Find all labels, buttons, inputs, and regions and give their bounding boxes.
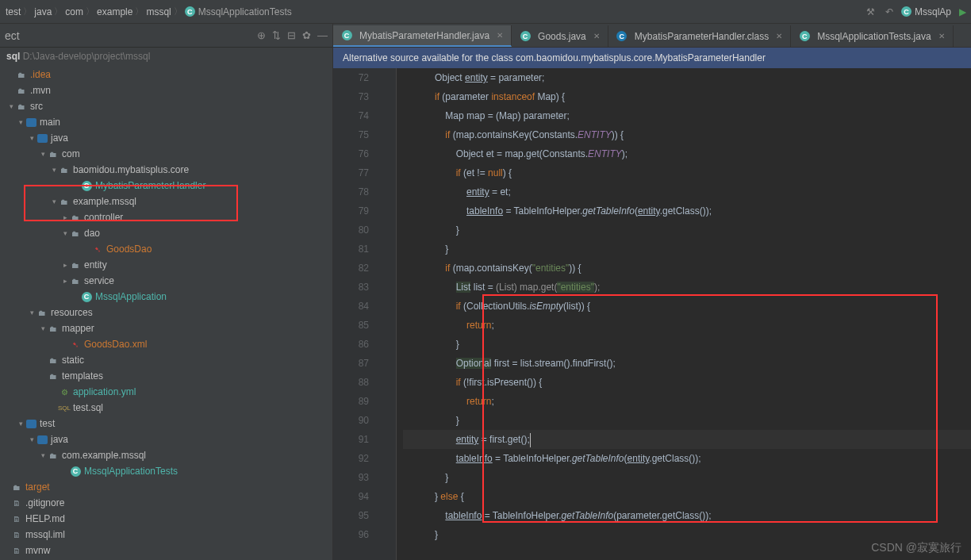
line-gutter: 7273747576777879808182838485868788899091… <box>333 68 377 560</box>
tree-item[interactable]: ▾🖿com.example.mssql <box>0 447 332 463</box>
breadcrumb-item[interactable]: test <box>5 6 21 17</box>
code-content[interactable]: Object entity = parameter; if (parameter… <box>397 68 971 560</box>
breadcrumb-item[interactable]: C MssqlApplicationTests <box>184 6 293 17</box>
watermark: CSDN @寂寞旅行 <box>871 541 961 555</box>
expand-icon: ⇅ <box>272 29 281 41</box>
editor-tab[interactable]: CMybatisParameterHandler.class✕ <box>608 25 791 47</box>
breadcrumb[interactable]: test〉java〉com〉example〉mssql〉C MssqlAppli… <box>5 6 293 17</box>
tree-item[interactable]: ➷GoodsDao <box>0 241 332 257</box>
target-icon: ⊕ <box>257 29 266 41</box>
close-icon[interactable]: ✕ <box>776 32 782 40</box>
tree-item[interactable]: 🗎HELP.md <box>0 511 332 527</box>
tree-item[interactable]: 🗎mvnw <box>0 543 332 558</box>
tree-item[interactable]: 🖿static <box>0 352 332 368</box>
sidebar-tools[interactable]: ⊕⇅ ⊟✿ — <box>257 29 328 41</box>
tree-item[interactable]: 🖿templates <box>0 368 332 384</box>
editor-tabs[interactable]: CMybatisParameterHandler.java✕CGoods.jav… <box>333 24 971 48</box>
tree-item[interactable]: ▾main <box>0 114 332 130</box>
collapse-icon: ⊟ <box>287 29 296 41</box>
back-icon[interactable]: ↶ <box>885 6 893 17</box>
run-configuration[interactable]: C MssqlAp <box>901 6 951 17</box>
breadcrumb-item[interactable]: example <box>96 6 133 17</box>
close-icon[interactable]: ✕ <box>497 31 503 40</box>
tree-item[interactable]: ▾java <box>0 432 332 447</box>
editor-tab[interactable]: CMssqlApplicationTests.java✕ <box>791 25 953 47</box>
code-editor[interactable]: 7273747576777879808182838485868788899091… <box>333 68 971 560</box>
source-banner[interactable]: Alternative source available for the cla… <box>333 48 971 68</box>
hide-icon: — <box>317 29 328 41</box>
tree-item[interactable]: ⚙application.yml <box>0 384 332 400</box>
tree-item[interactable]: ▾🖿com <box>0 146 332 162</box>
project-sidebar: ect ⊕⇅ ⊟✿ — sql D:\Java-develop\project\… <box>0 24 333 560</box>
breadcrumb-item[interactable]: java <box>33 6 52 17</box>
tree-item[interactable]: ▾🖿src <box>0 98 332 114</box>
tree-item[interactable]: 🗎mssql.iml <box>0 527 332 543</box>
tree-item[interactable]: 🖿target <box>0 479 332 495</box>
fold-gutter[interactable] <box>377 68 397 560</box>
tree-item[interactable]: ▾🖿mapper <box>0 320 332 336</box>
tree-item[interactable]: ▾🖿resources <box>0 305 332 320</box>
editor-tab[interactable]: CMybatisParameterHandler.java✕ <box>333 25 512 47</box>
tree-item[interactable]: 🖿.mvn <box>0 82 332 98</box>
tree-item[interactable]: CMssqlApplication <box>0 289 332 305</box>
tree-item[interactable]: ▸🖿service <box>0 273 332 289</box>
project-path: sql D:\Java-develop\project\mssql <box>0 48 332 65</box>
breadcrumb-item[interactable]: com <box>64 6 84 17</box>
tree-item[interactable]: ▸🖿controller <box>0 209 332 225</box>
sidebar-title: ect <box>5 29 20 42</box>
tree-item[interactable]: SQLtest.sql <box>0 400 332 416</box>
tree-item[interactable]: ➷GoodsDao.xml <box>0 336 332 352</box>
breadcrumb-item[interactable]: mssql <box>145 6 171 17</box>
top-toolbar: test〉java〉com〉example〉mssql〉C MssqlAppli… <box>0 0 971 24</box>
tree-item[interactable]: 🗎.gitignore <box>0 495 332 511</box>
project-tree[interactable]: 🖿.idea🖿.mvn▾🖿src▾main▾java▾🖿com▾🖿baomido… <box>0 65 332 560</box>
tree-item[interactable]: ▾java <box>0 130 332 146</box>
gear-icon: ✿ <box>302 29 311 41</box>
hammer-icon[interactable]: ⚒ <box>865 6 877 18</box>
close-icon[interactable]: ✕ <box>593 32 600 40</box>
tree-item[interactable]: CMybatisParameterHandler <box>0 178 332 194</box>
tree-item[interactable]: CMssqlApplicationTests <box>0 463 332 479</box>
tree-item[interactable]: ▾🖿example.mssql <box>0 194 332 209</box>
tree-item[interactable]: ▾🖿dao <box>0 225 332 241</box>
tree-item[interactable]: ▾test <box>0 416 332 432</box>
tree-item[interactable]: ▾🖿baomidou.mybatisplus.core <box>0 162 332 178</box>
close-icon[interactable]: ✕ <box>938 32 945 40</box>
editor-tab[interactable]: CGoods.java✕ <box>512 25 608 47</box>
run-icon[interactable]: ▶ <box>959 6 966 17</box>
tree-item[interactable]: ▸🖿entity <box>0 257 332 273</box>
tree-item[interactable]: 🖿.idea <box>0 67 332 82</box>
